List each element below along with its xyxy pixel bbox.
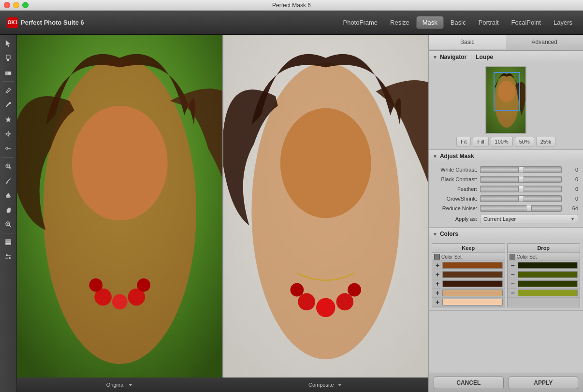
white-contrast-thumb[interactable]	[518, 166, 524, 173]
keep-swatch-1[interactable]	[442, 262, 503, 269]
original-label-text: Original	[106, 382, 125, 388]
drop-swatch-1[interactable]	[518, 262, 578, 269]
tool-paint[interactable]	[1, 174, 15, 188]
grow-shrink-thumb[interactable]	[518, 195, 524, 202]
white-contrast-slider[interactable]	[480, 166, 562, 173]
colors-grid: Keep Color Set +	[432, 243, 580, 307]
nav-preview-viewport[interactable]	[494, 72, 520, 111]
traffic-lights	[4, 2, 29, 8]
drop-minus-1[interactable]: −	[510, 262, 516, 269]
maximize-button[interactable]	[22, 2, 29, 8]
navigator-arrow: ▼	[433, 55, 437, 60]
main-content: Original Composite Basic Advanced ▼ Navi…	[0, 35, 583, 392]
apply-as-value: Current Layer	[483, 216, 516, 222]
nav-photoframe[interactable]: PhotoFrame	[337, 16, 383, 29]
tool-fill[interactable]	[1, 189, 15, 202]
feather-thumb[interactable]	[518, 186, 524, 192]
tab-advanced[interactable]: Advanced	[506, 35, 583, 50]
tool-clone[interactable]	[1, 160, 15, 173]
colors-section: ▼ Colors Keep Color Set	[429, 228, 583, 311]
reduce-noise-slider[interactable]	[480, 205, 562, 212]
zoom-25[interactable]: 25%	[536, 137, 555, 146]
apply-button[interactable]: APPLY	[509, 377, 579, 389]
keep-add-5[interactable]: +	[434, 299, 441, 305]
keep-add-4[interactable]: +	[434, 290, 441, 296]
canvas-divider[interactable]	[222, 35, 223, 377]
tool-select[interactable]	[1, 37, 15, 50]
reduce-noise-thumb[interactable]	[526, 205, 532, 212]
nav-effects[interactable]: Basic	[445, 16, 472, 29]
colors-arrow: ▼	[433, 232, 437, 237]
tool-eraser[interactable]	[1, 66, 15, 79]
tool-separator-2	[2, 157, 14, 158]
zoom-100[interactable]: 100%	[491, 137, 513, 146]
tool-adjustment[interactable]	[1, 250, 15, 263]
keep-color-set-swatch	[434, 254, 440, 260]
zoom-50[interactable]: 50%	[515, 137, 534, 146]
keep-add-1[interactable]: +	[434, 262, 441, 269]
keep-swatch-2[interactable]	[442, 271, 503, 278]
keep-swatch-4[interactable]	[442, 290, 503, 296]
nav-mask[interactable]: Mask	[416, 16, 444, 29]
zoom-fit[interactable]: Fit	[456, 137, 471, 146]
keep-swatch-5[interactable]	[442, 299, 503, 305]
drop-color-set-swatch	[510, 254, 515, 260]
app-header: OK1 Perfect Photo Suite 6 PhotoFrame Res…	[0, 11, 583, 35]
loupe-label[interactable]: Loupe	[476, 54, 493, 60]
logo-text: Perfect Photo Suite 6	[21, 19, 84, 26]
drop-minus-4[interactable]: −	[510, 290, 516, 296]
tool-layers-mini[interactable]	[1, 235, 15, 249]
drop-column: Drop Color Set −	[507, 243, 581, 307]
drop-color-row-2: −	[508, 270, 580, 279]
tool-star[interactable]	[1, 113, 15, 126]
adjust-mask-section: ▼ Adjust Mask White Contrast: 0 Black	[429, 150, 583, 228]
tool-adjust[interactable]	[1, 142, 15, 155]
colors-content: Keep Color Set +	[429, 240, 583, 310]
drop-swatch-3[interactable]	[518, 280, 578, 287]
svg-point-34	[316, 298, 335, 317]
tool-smudge[interactable]	[1, 98, 15, 112]
composite-dropdown-icon	[337, 382, 343, 388]
tool-zoom[interactable]	[1, 218, 15, 231]
cancel-button[interactable]: CANCEL	[434, 377, 504, 389]
svg-point-26	[112, 294, 128, 310]
colors-label: Colors	[440, 231, 458, 237]
colors-header[interactable]: ▼ Colors	[429, 228, 583, 240]
minimize-button[interactable]	[13, 2, 19, 8]
nav-resize[interactable]: Resize	[384, 16, 415, 29]
reduce-noise-row: Reduce Noise: 64	[434, 205, 578, 212]
nav-portrait[interactable]: Portrait	[473, 16, 505, 29]
apply-as-select[interactable]: Current Layer ▼	[480, 215, 578, 223]
keep-header: Keep	[432, 244, 505, 253]
tool-pencil[interactable]	[1, 84, 15, 97]
zoom-fill[interactable]: Fill	[473, 137, 488, 146]
feather-label: Feather:	[434, 186, 477, 192]
keep-swatch-3[interactable]	[442, 280, 503, 287]
svg-point-32	[280, 108, 371, 218]
close-button[interactable]	[4, 2, 10, 8]
nav-focalpoint[interactable]: FocalPoint	[506, 16, 547, 29]
drop-swatch-2[interactable]	[518, 271, 578, 278]
tool-hand[interactable]	[1, 203, 15, 217]
tool-brush[interactable]	[1, 51, 15, 65]
drop-minus-2[interactable]: −	[510, 271, 516, 278]
nav-menu: PhotoFrame Resize Mask Basic Portrait Fo…	[337, 16, 583, 29]
black-contrast-label: Black Contrast:	[434, 176, 477, 182]
tab-basic[interactable]: Basic	[429, 35, 506, 50]
keep-add-2[interactable]: +	[434, 271, 441, 278]
nav-layers[interactable]: Layers	[548, 16, 578, 29]
tool-move[interactable]	[1, 127, 15, 141]
black-contrast-thumb[interactable]	[518, 176, 524, 183]
svg-marker-39	[338, 384, 342, 386]
svg-point-35	[336, 293, 353, 311]
navigator-header[interactable]: ▼ Navigator Loupe	[429, 51, 583, 63]
svg-point-28	[89, 278, 102, 292]
black-contrast-slider[interactable]	[480, 176, 562, 183]
adjust-mask-header[interactable]: ▼ Adjust Mask	[429, 150, 583, 162]
feather-slider[interactable]	[480, 186, 562, 192]
keep-add-3[interactable]: +	[434, 280, 441, 287]
black-contrast-row: Black Contrast: 0	[434, 176, 578, 183]
drop-minus-3[interactable]: −	[510, 280, 516, 287]
drop-swatch-4[interactable]	[518, 290, 578, 296]
grow-shrink-slider[interactable]	[480, 195, 562, 202]
